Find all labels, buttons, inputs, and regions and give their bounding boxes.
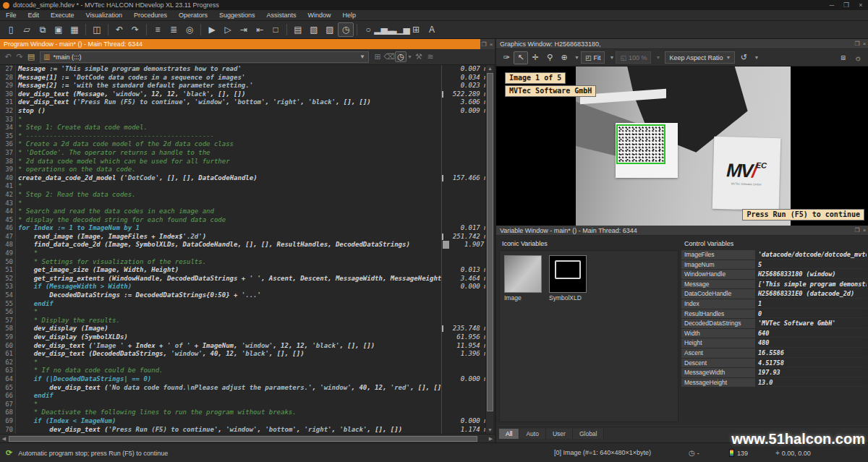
scroll-up-icon[interactable]: ▲ [486,65,494,72]
menu-item-suggestions[interactable]: Suggestions [213,12,261,19]
insert-procedure-icon[interactable]: ⊞ [372,52,383,61]
undo-icon[interactable]: ↶ [111,22,127,37]
menu-item-edit[interactable]: Edit [22,12,46,19]
code-line[interactable]: 31dev_disp_text ('Press Run (F5) to cont… [0,98,495,107]
control-variable-row[interactable]: ImageNum5 [681,260,867,270]
control-variable-row[interactable]: MessageHeight13.0 [681,378,867,388]
variable-window-titlebar[interactable]: Variable Window - main* () - Main Thread… [496,226,868,236]
code-line[interactable]: 69 if (Index < ImageNum)0.000 ms [0,417,495,426]
code-line[interactable]: 33* [0,116,495,124]
zoom-in-icon[interactable]: ⊕ [557,51,571,64]
save-icon[interactable]: ▣ [51,22,67,37]
iconic-variable-image[interactable]: Image [504,255,545,301]
select-cursor-icon[interactable]: ↖ [514,51,528,64]
feature-inspect-icon[interactable]: ▃▁▅ [392,22,408,37]
code-line[interactable]: 66 endif [0,392,495,401]
font-tool-icon[interactable]: A [424,22,440,37]
chevron-down-icon[interactable]: ▼ [574,55,579,60]
code-line[interactable]: 39* operations on the data code. [0,166,495,174]
code-line[interactable]: 32stop ()0.009 ms [0,107,495,116]
code-line[interactable]: 70 dev_disp_text ('Press Run (F5) to con… [0,426,495,434]
close-icon[interactable]: × [854,1,868,9]
control-variable-row[interactable]: Message['This simple program demonstrate… [681,280,867,289]
layers-3d-icon[interactable]: ⧈ [836,51,851,64]
code-line[interactable]: 62 * [0,359,495,367]
code-line[interactable]: 59 dev_display (SymbolXLDs)61.956 ms [0,333,495,342]
code-line[interactable]: 68 * Deactivate the following lines to r… [0,408,495,417]
step-into-icon[interactable]: ⇥ [236,22,252,37]
lightbulb-icon[interactable]: ☼ [851,51,865,64]
control-variable-row[interactable]: DataCodeHandleH256868331E0 (datacode_2d) [681,289,867,299]
auto-indent-icon[interactable]: ⚒ [413,52,425,61]
code-line[interactable]: 42* Step 2: Read the data codes. [0,191,495,200]
magnifier-icon[interactable]: ⚲ [542,51,557,64]
code-line[interactable]: 51 get_image_size (Image, Width, Height)… [0,266,495,275]
iconic-variable-symbolxld[interactable]: SymbolXLD [549,255,590,301]
code-line[interactable]: 43* [0,200,495,208]
step-over-icon[interactable]: ▷ [220,22,236,37]
profiler-menu-icon[interactable]: ▼ [407,54,413,59]
history-forward-icon[interactable]: ↷ [14,52,25,61]
menu-item-visualization[interactable]: Visualization [80,12,128,19]
code-line[interactable]: 37* 'DotCode'. The operator returns a ha… [0,149,495,158]
edit-code-icon[interactable]: ▧ [306,22,322,37]
menu-item-help[interactable]: Help [337,12,362,19]
chevron-down-icon[interactable]: ▼ [754,55,759,60]
hscroll-thumb[interactable] [9,436,477,442]
code-line[interactable]: 30dev_disp_text (Message, 'window', 12, … [0,90,495,99]
new-file-icon[interactable]: ▯ [3,22,19,37]
program-window-titlebar[interactable]: Program Window - main* () - Main Thread:… [0,39,495,49]
edit-program-icon[interactable]: ▤ [25,52,37,61]
xld-thumbnail[interactable] [549,255,587,293]
code-line[interactable]: 65 dev_disp_text ('No data code found.\n… [0,384,495,393]
code-line[interactable]: 35* ------------------------------------… [0,132,495,141]
float-window-icon[interactable]: ❐ [480,41,488,48]
close-window-icon[interactable]: × [488,41,495,48]
maximize-icon[interactable]: ❐ [839,1,854,9]
code-line[interactable]: 57 * Display the results. [0,317,495,325]
menu-item-procedures[interactable]: Procedures [128,12,173,19]
code-line[interactable]: 61 dev_disp_text (DecodedDataStrings, 'w… [0,350,495,359]
control-variable-row[interactable]: Descent4.51758 [681,359,867,368]
code-line[interactable]: 34* Step 1: Create data code model. [0,124,495,132]
variable-tab-user[interactable]: User [546,429,573,439]
redo-icon[interactable]: ↷ [127,22,143,37]
code-line[interactable]: 64 if (|DecodedDataStrings| == 0)0.000 m… [0,375,495,384]
graphics-window-titlebar[interactable]: Graphics Window: H25686833180, ❐ × [496,39,868,49]
close-window-icon[interactable]: × [861,227,868,234]
fit-button[interactable]: ◰ Fit [581,51,605,64]
chevron-down-icon[interactable]: ▼ [359,54,365,60]
rotate-icon[interactable]: ↺ [736,51,751,64]
control-variable-row[interactable]: Ascent16.5586 [681,348,867,358]
code-line[interactable]: 45* display the decoded string for each … [0,216,495,225]
insert-operator-icon[interactable]: ▨ [322,22,338,37]
delete-breakpoints-icon[interactable]: ⌫ [383,52,395,61]
variable-tab-all[interactable]: All [499,429,519,439]
delete-program-icon[interactable]: ≣ [166,22,182,37]
code-horizontal-scrollbar[interactable]: ◀ ▶ [0,434,495,442]
control-variable-row[interactable]: ResultHandles0 [681,309,867,319]
code-line[interactable]: 47 read_image (Image, ImageFiles + Index… [0,233,495,241]
save-all-icon[interactable]: ▦ [67,22,82,37]
code-line[interactable]: 50 * Settings for visualization of the r… [0,258,495,267]
code-line[interactable]: 36* Create a 2d data code model of the 2… [0,140,495,149]
code-line[interactable]: 40create_data_code_2d_model ('DotCode', … [0,174,495,183]
variable-tab-auto[interactable]: Auto [519,429,546,439]
code-editor[interactable]: 27Message := 'This simple program demons… [0,65,495,434]
control-variable-row[interactable]: Width640 [681,329,867,338]
menu-item-execute[interactable]: Execute [45,12,80,19]
format-code-icon[interactable]: ≋ [425,52,436,61]
menu-item-assistants[interactable]: Assistants [261,12,302,19]
code-vertical-scrollbar[interactable]: ▲ ▼ [485,65,493,434]
profiler-toggle-icon[interactable]: ◷ [395,51,407,62]
graphics-canvas[interactable]: MV/EC MVTec Software GmbH Image 1 of 5 M… [496,67,868,226]
export-program-icon[interactable]: ▤ [290,22,306,37]
control-variable-row[interactable]: Index1 [681,299,867,309]
clear-window-icon[interactable]: ✑ [499,51,514,64]
code-line[interactable]: 54 DecodedDataStrings := DecodedDataStri… [0,291,495,300]
control-variable-row[interactable]: ImageFiles'datacode/dotcode/dotcode_mvte… [681,250,867,260]
history-back-icon[interactable]: ↶ [2,52,14,61]
control-variable-row[interactable]: DecodedDataStrings'MVTec Software GmbH' [681,319,867,328]
image-acquisition-icon[interactable]: ◫ [89,22,105,37]
code-line[interactable]: 52 get_string_extents (WindowHandle, Dec… [0,275,495,283]
